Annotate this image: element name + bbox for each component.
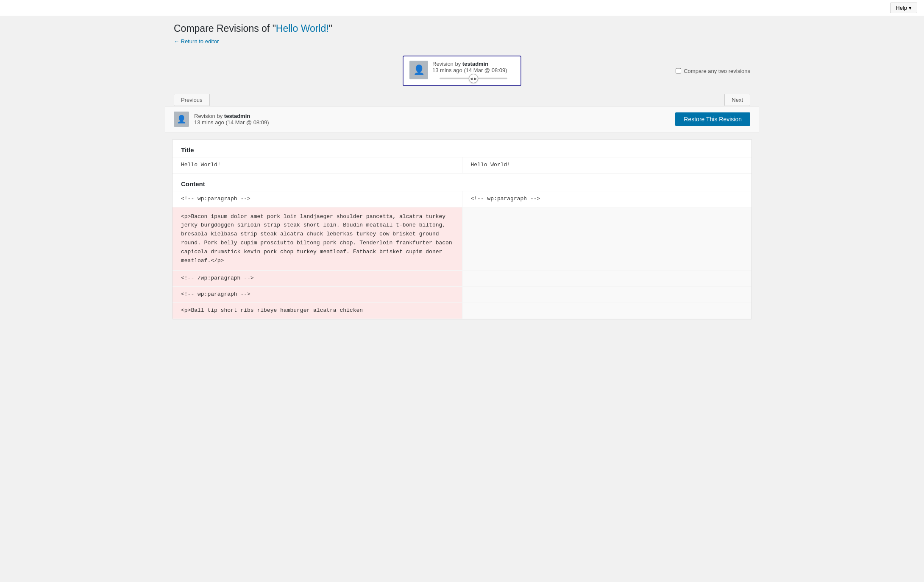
meta-time: 13 mins ago (14 Mar @ 08:09) bbox=[194, 119, 269, 126]
deleted-block-row: <p>Bacon ipsum dolor amet pork loin land… bbox=[173, 207, 751, 271]
content-section-label: Content bbox=[173, 173, 751, 191]
ball-tip-right-empty bbox=[462, 303, 752, 319]
second-comment-left: <!-- wp:paragraph --> bbox=[173, 287, 462, 302]
second-comment-right-empty bbox=[462, 287, 752, 302]
restore-revision-button[interactable]: Restore This Revision bbox=[675, 112, 750, 126]
avatar: 👤 bbox=[409, 61, 428, 79]
page-header: Compare Revisions of "Hello World!" ← Re… bbox=[165, 16, 759, 51]
tooltip-info: Revision by testadmin 13 mins ago (14 Ma… bbox=[432, 61, 515, 79]
title-section: Title Hello World! Hello World! bbox=[173, 140, 751, 173]
top-bar: Help ▾ bbox=[0, 0, 924, 16]
title-diff-row: Hello World! Hello World! bbox=[173, 157, 751, 173]
meta-user-icon: 👤 bbox=[177, 115, 186, 124]
meta-avatar: 👤 bbox=[174, 112, 189, 127]
user-icon: 👤 bbox=[413, 64, 425, 76]
content-section: Content <!-- wp:paragraph --> <!-- wp:pa… bbox=[173, 173, 751, 319]
close-paragraph-row: <!-- /wp:paragraph --> bbox=[173, 271, 751, 287]
post-title-link[interactable]: Hello World! bbox=[276, 23, 329, 34]
navigation-row: Previous Next bbox=[165, 90, 759, 106]
ball-tip-row: <p>Ball tip short ribs ribeye hamburger … bbox=[173, 303, 751, 319]
slider-track-row: ◄► bbox=[432, 78, 515, 79]
compare-checkbox-area: Compare any two revisions bbox=[676, 68, 750, 74]
previous-button[interactable]: Previous bbox=[174, 94, 210, 106]
second-paragraph-row: <!-- wp:paragraph --> bbox=[173, 287, 751, 303]
title-right: Hello World! bbox=[462, 157, 752, 173]
help-button[interactable]: Help ▾ bbox=[890, 3, 917, 13]
revision-author: testadmin bbox=[462, 61, 488, 67]
title-left: Hello World! bbox=[173, 157, 462, 173]
slider-tooltip: 👤 Revision by testadmin 13 mins ago (14 … bbox=[403, 56, 521, 86]
page-title: Compare Revisions of "Hello World!" bbox=[174, 23, 750, 34]
content-area: Title Hello World! Hello World! Content … bbox=[172, 139, 752, 319]
compare-two-revisions-checkbox[interactable] bbox=[676, 68, 681, 74]
slider-track[interactable]: ◄► bbox=[440, 78, 507, 79]
revision-by-label: Revision by testadmin bbox=[432, 61, 515, 67]
revision-time: 13 mins ago (14 Mar @ 08:09) bbox=[432, 67, 515, 73]
return-to-editor-link[interactable]: ← Return to editor bbox=[174, 38, 219, 45]
meta-revision-by: Revision by testadmin bbox=[194, 113, 269, 119]
ball-tip-left: <p>Ball tip short ribs ribeye hamburger … bbox=[173, 303, 462, 319]
title-section-label: Title bbox=[173, 140, 751, 157]
deleted-content-right-empty bbox=[462, 207, 752, 271]
slider-arrows-icon: ◄► bbox=[469, 76, 478, 81]
deleted-content-left: <p>Bacon ipsum dolor amet pork loin land… bbox=[173, 207, 462, 271]
revision-meta-bar: 👤 Revision by testadmin 13 mins ago (14 … bbox=[165, 106, 759, 132]
revision-meta-left: 👤 Revision by testadmin 13 mins ago (14 … bbox=[174, 112, 269, 127]
comment-left: <!-- wp:paragraph --> bbox=[173, 191, 462, 207]
comment-right: <!-- wp:paragraph --> bbox=[462, 191, 752, 207]
close-comment-right-empty bbox=[462, 271, 752, 286]
chevron-down-icon: ▾ bbox=[909, 5, 912, 11]
slider-section: 👤 Revision by testadmin 13 mins ago (14 … bbox=[165, 51, 759, 90]
paragraph-comment-row: <!-- wp:paragraph --> <!-- wp:paragraph … bbox=[173, 191, 751, 207]
close-comment-left: <!-- /wp:paragraph --> bbox=[173, 271, 462, 286]
meta-info: Revision by testadmin 13 mins ago (14 Ma… bbox=[194, 113, 269, 126]
meta-author: testadmin bbox=[224, 113, 250, 119]
compare-two-revisions-label: Compare any two revisions bbox=[684, 68, 750, 74]
next-button[interactable]: Next bbox=[724, 94, 750, 106]
slider-handle[interactable]: ◄► bbox=[469, 74, 478, 83]
help-label: Help bbox=[896, 5, 907, 11]
